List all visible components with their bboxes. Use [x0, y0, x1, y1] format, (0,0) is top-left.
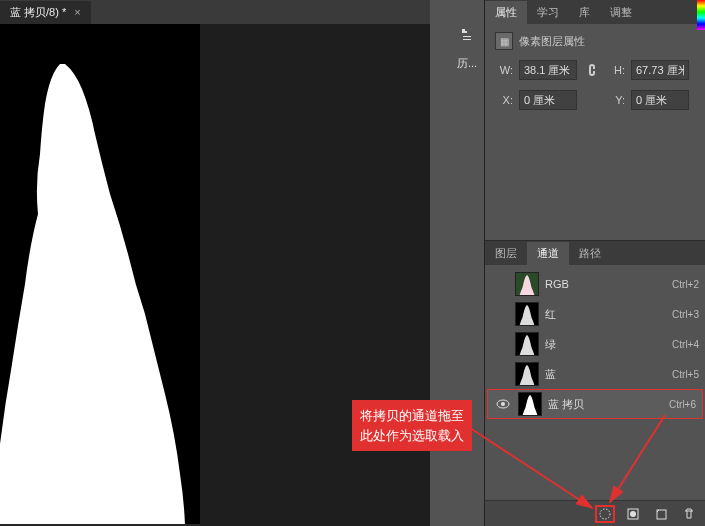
channel-thumbnail [515, 362, 539, 386]
channel-row[interactable]: 红Ctrl+3 [485, 299, 705, 329]
annotation-line2: 此处作为选取载入 [360, 426, 464, 446]
channel-row[interactable]: 蓝 拷贝Ctrl+6 [487, 389, 703, 419]
channel-thumbnail [515, 332, 539, 356]
svg-point-9 [630, 511, 636, 517]
height-field[interactable] [631, 60, 689, 80]
new-channel-icon[interactable] [651, 505, 671, 523]
x-field[interactable] [519, 90, 577, 110]
channel-thumbnail [518, 392, 542, 416]
color-spectrum-icon[interactable] [697, 0, 705, 30]
link-dimensions-icon[interactable] [583, 61, 601, 79]
properties-header-label: 像素图层属性 [519, 34, 585, 49]
y-field[interactable] [631, 90, 689, 110]
height-label: H: [607, 64, 625, 76]
tab-libraries[interactable]: 库 [569, 1, 600, 24]
channel-name: RGB [545, 278, 666, 290]
channel-name: 红 [545, 307, 666, 322]
channel-thumbnail [515, 272, 539, 296]
document-tab[interactable]: 蓝 拷贝/8) * × [0, 1, 91, 24]
save-selection-mask-icon[interactable] [623, 505, 643, 523]
history-panel-toggle[interactable] [454, 24, 480, 46]
svg-point-7 [600, 509, 610, 519]
width-label: W: [495, 64, 513, 76]
tab-paths[interactable]: 路径 [569, 242, 611, 265]
channel-shortcut: Ctrl+6 [669, 399, 696, 410]
document-tab-title: 蓝 拷贝/8) * [10, 5, 66, 20]
right-panels: 属性 学习 库 调整 ▦ 像素图层属性 W: H: X: [484, 0, 705, 526]
annotation-line1: 将拷贝的通道拖至 [360, 406, 464, 426]
load-selection-icon[interactable] [595, 505, 615, 523]
properties-panel: ▦ 像素图层属性 W: H: X: Y: [485, 24, 705, 240]
tab-adjustments[interactable]: 调整 [600, 1, 642, 24]
visibility-toggle[interactable] [494, 397, 512, 411]
channel-row[interactable]: 蓝Ctrl+5 [485, 359, 705, 389]
channel-shortcut: Ctrl+5 [672, 369, 699, 380]
channel-content-image [0, 64, 200, 524]
channel-shortcut: Ctrl+3 [672, 309, 699, 320]
channel-name: 蓝 拷贝 [548, 397, 663, 412]
tab-learn[interactable]: 学习 [527, 1, 569, 24]
tab-properties[interactable]: 属性 [485, 1, 527, 24]
channel-row[interactable]: 绿Ctrl+4 [485, 329, 705, 359]
x-label: X: [495, 94, 513, 106]
channel-name: 绿 [545, 337, 666, 352]
y-label: Y: [607, 94, 625, 106]
channel-list: RGBCtrl+2红Ctrl+3绿Ctrl+4蓝Ctrl+5蓝 拷贝Ctrl+6 [485, 265, 705, 500]
tab-channels[interactable]: 通道 [527, 242, 569, 265]
svg-point-5 [501, 402, 505, 406]
channel-thumbnail [515, 302, 539, 326]
delete-channel-icon[interactable] [679, 505, 699, 523]
properties-tabs: 属性 学习 库 调整 [485, 0, 705, 24]
channel-shortcut: Ctrl+2 [672, 279, 699, 290]
channel-row[interactable]: RGBCtrl+2 [485, 269, 705, 299]
close-icon[interactable]: × [74, 6, 80, 18]
channels-footer [485, 500, 705, 526]
channels-panel: 图层 通道 路径 RGBCtrl+2红Ctrl+3绿Ctrl+4蓝Ctrl+5蓝… [485, 240, 705, 526]
tutorial-annotation: 将拷贝的通道拖至 此处作为选取载入 [352, 400, 472, 451]
pixel-layer-icon: ▦ [495, 32, 513, 50]
channel-shortcut: Ctrl+4 [672, 339, 699, 350]
history-panel-label[interactable]: 历... [454, 52, 480, 74]
tab-layers[interactable]: 图层 [485, 242, 527, 265]
width-field[interactable] [519, 60, 577, 80]
channel-name: 蓝 [545, 367, 666, 382]
canvas[interactable] [0, 24, 200, 524]
document-tab-bar: 蓝 拷贝/8) * × [0, 0, 430, 24]
